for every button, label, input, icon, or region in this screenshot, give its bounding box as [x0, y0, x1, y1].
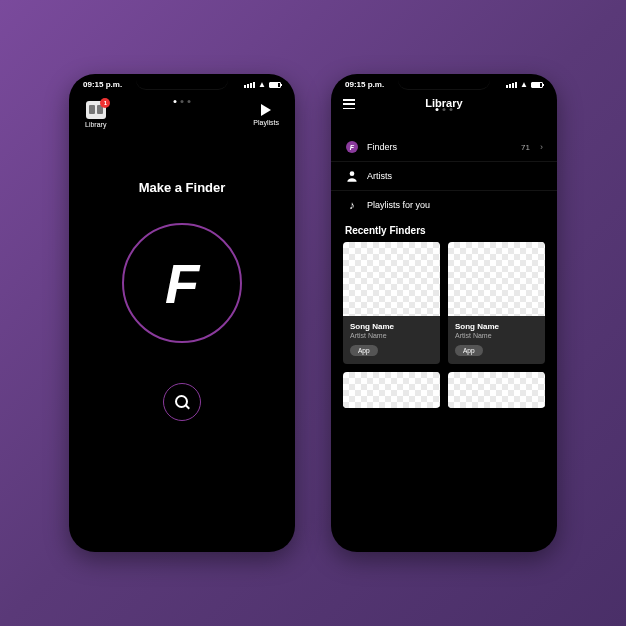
- finder-card[interactable]: [448, 372, 545, 408]
- status-time: 09:15 p.m.: [345, 80, 384, 89]
- row-finders[interactable]: F Finders 71 ›: [331, 133, 557, 161]
- finder-glyph: F: [165, 251, 199, 316]
- playlists-label: Playlists: [253, 119, 279, 126]
- notch: [398, 74, 490, 90]
- finder-button[interactable]: F: [122, 223, 242, 343]
- svg-point-0: [350, 171, 355, 176]
- person-icon: [345, 169, 359, 183]
- library-list: F Finders 71 › Artists ♪ Playlists for y…: [331, 133, 557, 219]
- headline: Make a Finder: [69, 180, 295, 195]
- card-song: Song Name: [455, 322, 538, 331]
- card-song: Song Name: [350, 322, 433, 331]
- search-icon: [175, 395, 189, 409]
- wifi-icon: ▲: [520, 80, 528, 89]
- playlists-button[interactable]: Playlists: [253, 101, 279, 126]
- library-label: Library: [85, 121, 106, 128]
- finder-card[interactable]: [343, 372, 440, 408]
- row-playlists[interactable]: ♪ Playlists for you: [331, 190, 557, 219]
- card-thumb: [448, 372, 545, 408]
- finder-card[interactable]: Song Name Artist Name App: [343, 242, 440, 364]
- row-count: 71: [521, 143, 530, 152]
- card-thumb: [343, 372, 440, 408]
- signal-icon: [244, 82, 255, 88]
- card-thumb: [343, 242, 440, 316]
- library-button[interactable]: 1 Library: [85, 101, 106, 128]
- page-indicator: [174, 100, 191, 103]
- card-artist: Artist Name: [455, 332, 538, 339]
- chevron-right-icon: ›: [540, 142, 543, 152]
- phone-library: 09:15 p.m. ▲ Library F Finders 71 › Arti…: [331, 74, 557, 552]
- row-artists[interactable]: Artists: [331, 161, 557, 190]
- page-indicator: [436, 108, 453, 111]
- signal-icon: [506, 82, 517, 88]
- wifi-icon: ▲: [258, 80, 266, 89]
- battery-icon: [531, 82, 543, 88]
- finders-icon: F: [345, 140, 359, 154]
- row-label: Finders: [367, 142, 513, 152]
- section-heading: Recently Finders: [331, 219, 557, 242]
- phone-home: 09:15 p.m. ▲ 1 Library Playlists Make a …: [69, 74, 295, 552]
- card-artist: Artist Name: [350, 332, 433, 339]
- card-chip[interactable]: App: [455, 345, 483, 356]
- row-label: Playlists for you: [367, 200, 543, 210]
- card-thumb: [448, 242, 545, 316]
- search-button[interactable]: [163, 383, 201, 421]
- notch: [136, 74, 228, 90]
- status-time: 09:15 p.m.: [83, 80, 122, 89]
- menu-button[interactable]: [343, 99, 355, 109]
- card-chip[interactable]: App: [350, 345, 378, 356]
- play-icon: [261, 104, 271, 116]
- library-badge: 1: [100, 98, 110, 108]
- music-note-icon: ♪: [345, 198, 359, 212]
- row-label: Artists: [367, 171, 543, 181]
- finder-card[interactable]: Song Name Artist Name App: [448, 242, 545, 364]
- battery-icon: [269, 82, 281, 88]
- cards-grid: Song Name Artist Name App Song Name Arti…: [331, 242, 557, 420]
